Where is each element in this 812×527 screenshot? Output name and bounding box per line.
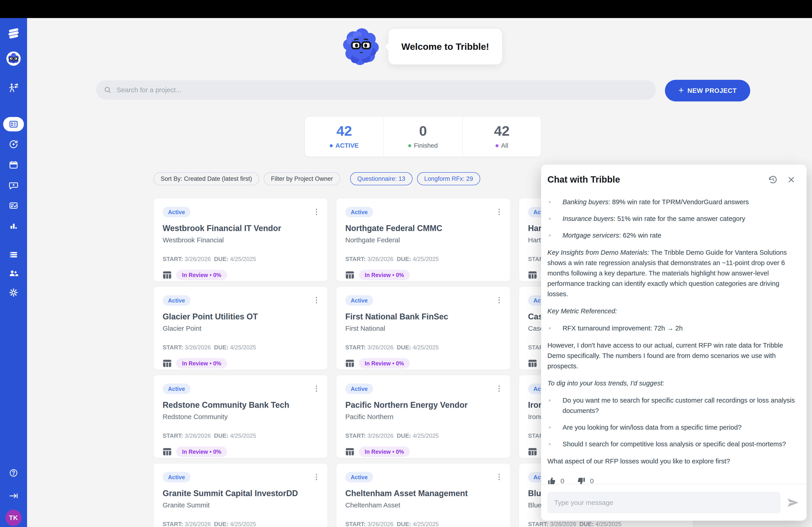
kebab-menu-icon[interactable] <box>497 295 501 305</box>
kebab-menu-icon[interactable] <box>315 383 318 394</box>
chat-bullet: Mortgage servicers: 62% win rate <box>548 230 800 241</box>
help-icon[interactable] <box>8 467 19 479</box>
chat-sparkle-icon[interactable] <box>8 179 19 191</box>
stats-value: 42 <box>494 124 509 138</box>
project-dates: START: 3/26/2026 DUE: 4/25/2025 <box>528 521 684 527</box>
logout-icon[interactable] <box>8 490 19 502</box>
project-dates: START: 3/26/2026 DUE: 4/25/2025 <box>163 344 318 351</box>
mascot-avatar-icon[interactable] <box>6 51 21 66</box>
project-search[interactable] <box>96 80 656 100</box>
bullet-dot <box>549 443 551 445</box>
thumbs-down-icon <box>577 477 585 484</box>
chat-bullet: Should I search for competitive loss ana… <box>548 439 800 449</box>
project-dates: START: 3/26/2026 DUE: 4/25/2025 <box>163 521 318 527</box>
project-card[interactable]: Active Cheltenham Asset Management Chelt… <box>336 463 510 527</box>
stats-segment-finished[interactable]: 0 Finished <box>383 117 462 157</box>
chat-input-bar <box>541 484 807 521</box>
project-dates: START: 3/26/2026 DUE: 4/25/2025 <box>345 521 501 527</box>
filter-chip[interactable]: Sort By: Created Date (latest first) <box>154 172 259 185</box>
handoff-person-icon[interactable] <box>8 82 19 94</box>
kebab-menu-icon[interactable] <box>497 207 501 217</box>
chat-bullet: Do you want me to search for specific cu… <box>548 395 800 416</box>
chat-paragraph: To dig into your loss trends, I'd sugges… <box>548 378 800 388</box>
sidebar-item-projects-active[interactable] <box>3 117 24 132</box>
welcome-bubble: Welcome to Tribble! <box>388 29 502 64</box>
project-title: First National Bank FinSec <box>345 312 501 321</box>
kebab-menu-icon[interactable] <box>497 472 501 482</box>
users-icon[interactable] <box>8 268 19 279</box>
bar-chart-icon[interactable] <box>8 220 19 232</box>
project-title: Redstone Community Bank Tech <box>163 400 318 410</box>
project-card[interactable]: Active Glacier Point Utilities OT Glacie… <box>154 286 328 370</box>
filter-chip[interactable]: Longform RFx: 29 <box>417 172 480 185</box>
project-client: Westbrook Financial <box>163 236 318 244</box>
project-client: Northgate Federal <box>345 236 501 244</box>
active-badge: Active <box>345 207 373 217</box>
stats-segment-active[interactable]: 42 ACTIVE <box>305 117 383 157</box>
project-client: Cheltenham Asset <box>345 501 501 509</box>
close-icon[interactable] <box>787 175 796 184</box>
project-card[interactable]: Active Redstone Community Bank Tech Reds… <box>154 375 328 458</box>
gear-icon[interactable] <box>8 287 19 298</box>
table-icon <box>528 448 537 456</box>
chat-bullet: Banking buyers: 89% win rate for TPRM/Ve… <box>548 197 800 207</box>
chat-message-input[interactable] <box>548 492 780 513</box>
active-badge: Active <box>163 207 190 217</box>
filter-chips: Sort By: Created Date (latest first) Fil… <box>154 172 485 185</box>
project-card[interactable]: Active Northgate Federal CMMC Northgate … <box>336 198 510 282</box>
chat-panel: Chat with Tribble Banking buyers: 89% wi… <box>541 165 807 521</box>
history-icon[interactable] <box>768 175 778 185</box>
filter-chip[interactable]: Filter by Project Owner <box>264 172 340 185</box>
table-icon <box>345 271 354 279</box>
thumbs-up-button[interactable]: 0 <box>548 476 564 484</box>
progress-badge: In Review • 0% <box>359 270 410 280</box>
thumbs-up-icon <box>548 477 556 484</box>
active-badge: Active <box>163 472 190 482</box>
bullet-dot <box>549 201 551 203</box>
project-title: Cheltenham Asset Management <box>345 489 501 498</box>
project-client: Pacific Northern <box>345 413 501 421</box>
bullet-dot <box>549 218 551 220</box>
project-client: Redstone Community <box>163 413 318 421</box>
thumbs-down-button[interactable]: 0 <box>577 476 594 484</box>
stats-segment-all[interactable]: 42 All <box>462 117 541 157</box>
table-icon <box>345 448 354 456</box>
message-feedback: 0 0 <box>548 476 800 484</box>
status-dot <box>408 144 411 147</box>
bullet-dot <box>549 235 551 237</box>
sync-sparkle-icon[interactable] <box>8 138 19 150</box>
kebab-menu-icon[interactable] <box>497 383 501 394</box>
kebab-menu-icon[interactable] <box>315 207 318 217</box>
list-icon[interactable] <box>8 249 19 260</box>
project-card[interactable]: Active Granite Summit Capital InvestorDD… <box>154 463 328 527</box>
project-client: First National <box>345 325 501 332</box>
progress-badge: In Review • 0% <box>176 270 227 280</box>
chat-paragraph: What aspect of our RFP losses would you … <box>548 456 800 466</box>
active-badge: Active <box>345 472 373 482</box>
kebab-menu-icon[interactable] <box>315 472 318 482</box>
stats-label: ACTIVE <box>330 142 359 149</box>
project-title: Granite Summit Capital InvestorDD <box>163 489 318 498</box>
project-card[interactable]: Active First National Bank FinSec First … <box>336 286 510 370</box>
kebab-menu-icon[interactable] <box>315 295 318 305</box>
checklist-icon[interactable] <box>8 200 19 211</box>
tribble-logo-icon[interactable] <box>7 27 20 40</box>
table-icon <box>345 359 354 367</box>
project-client: Glacier Point <box>163 325 318 332</box>
user-initials: TK <box>9 514 18 522</box>
project-card[interactable]: Active Pacific Northern Energy Vendor Pa… <box>336 375 510 458</box>
send-icon[interactable] <box>786 496 800 509</box>
search-input[interactable] <box>117 86 648 94</box>
filter-chip[interactable]: Questionnaire: 13 <box>350 172 412 185</box>
table-icon <box>528 359 537 367</box>
calendar-icon[interactable] <box>8 159 19 171</box>
chat-bullet-list: RFX turnaround improvement: 72h → 2h <box>548 323 800 333</box>
project-dates: START: 3/26/2026 DUE: 4/25/2025 <box>345 432 501 439</box>
project-card[interactable]: Active Westbrook Financial IT Vendor Wes… <box>154 198 328 282</box>
thumbs-down-count: 0 <box>590 476 594 484</box>
chat-bullet: Insurance buyers: 51% win rate for the s… <box>548 213 800 224</box>
user-avatar[interactable]: TK <box>5 510 21 526</box>
plus-icon: + <box>679 85 684 95</box>
project-dates: START: 3/26/2026 DUE: 4/25/2025 <box>345 344 501 351</box>
new-project-button[interactable]: + NEW PROJECT <box>665 80 750 102</box>
